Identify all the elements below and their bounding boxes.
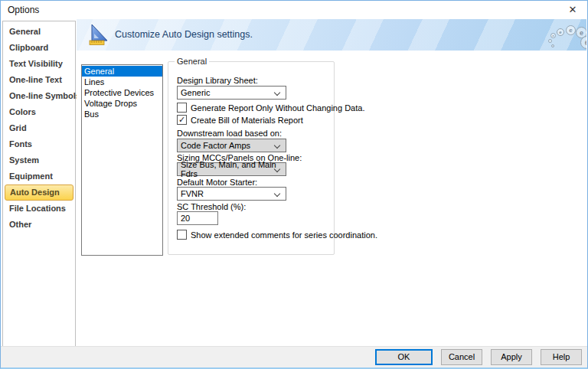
create-bom-checkbox[interactable]: Create Bill of Materials Report [177, 115, 303, 125]
window-title: Options [8, 1, 39, 19]
sc-threshold-input[interactable] [177, 211, 218, 225]
banner: Customize Auto Design settings. e e e e … [77, 19, 586, 51]
titlebar: Options ✕ [1, 1, 587, 19]
chevron-down-icon [274, 142, 280, 149]
design-library-sheet-value: Generic [181, 88, 211, 97]
sidebar-item-one-line-text[interactable]: One-line Text [3, 72, 75, 88]
sidebar-item-general[interactable]: General [3, 24, 75, 40]
chevron-down-icon [274, 90, 280, 96]
downstream-load-value: Code Factor Amps [181, 141, 250, 150]
list-item-protective-devices[interactable]: Protective Devices [82, 87, 162, 98]
show-extended-comments-label: Show extended comments for series coordi… [191, 230, 377, 240]
sidebar-item-colors[interactable]: Colors [3, 104, 75, 120]
e-bubble-icon: e [550, 33, 556, 38]
default-motor-starter-select[interactable]: FVNR [177, 187, 286, 201]
sizing-mccs-select[interactable]: Size Bus, Main, and Main Fdrs [177, 162, 286, 176]
e-bubble-icon: e [566, 25, 576, 35]
options-dialog: Options ✕ General Clipboard Text Visibil… [0, 0, 588, 369]
sidebar-item-auto-design[interactable]: Auto Design [5, 184, 74, 201]
help-button[interactable]: Help [541, 349, 582, 365]
sidebar-item-grid[interactable]: Grid [3, 120, 75, 136]
chevron-down-icon [274, 191, 280, 197]
downstream-load-label: Downstream load based on: [177, 129, 282, 138]
e-bubble-icon: e [557, 28, 564, 36]
generate-report-only-checkbox[interactable]: Generate Report Only Without Changing Da… [177, 103, 364, 113]
sc-threshold-label: SC Threshold (%): [177, 202, 246, 211]
auto-design-panel: General Lines Protective Devices Voltage… [77, 51, 586, 345]
auto-design-section-list[interactable]: General Lines Protective Devices Voltage… [81, 64, 163, 256]
sidebar-item-other[interactable]: Other [3, 217, 75, 233]
apply-button[interactable]: Apply [491, 349, 532, 365]
cancel-button[interactable]: Cancel [441, 349, 482, 365]
checkbox-unchecked-icon[interactable] [177, 103, 187, 113]
checkbox-checked-icon[interactable] [177, 115, 187, 125]
banner-caption: Customize Auto Design settings. [115, 29, 253, 40]
list-item-general[interactable]: General [82, 66, 162, 77]
ok-button[interactable]: OK [375, 349, 433, 365]
sidebar-item-equipment[interactable]: Equipment [3, 168, 75, 184]
sizing-mccs-value: Size Bus, Main, and Main Fdrs [181, 160, 286, 178]
list-item-voltage-drops[interactable]: Voltage Drops [82, 98, 162, 109]
list-item-bus[interactable]: Bus [82, 109, 162, 119]
e-bubble-icon: e [580, 36, 586, 49]
sidebar-item-one-line-symbols[interactable]: One-line Symbols [3, 88, 75, 104]
sidebar-item-fonts[interactable]: Fonts [3, 136, 75, 152]
category-sidebar: General Clipboard Text Visibility One-li… [2, 21, 76, 348]
e-bubble-icon [548, 39, 552, 43]
show-extended-comments-checkbox[interactable]: Show extended comments for series coordi… [177, 230, 377, 240]
groupbox-title: General [175, 57, 209, 66]
footer-button-bar: OK Cancel Apply Help [1, 346, 587, 367]
sidebar-item-system[interactable]: System [3, 152, 75, 168]
design-library-sheet-select[interactable]: Generic [177, 86, 286, 100]
list-item-lines[interactable]: Lines [82, 77, 162, 87]
downstream-load-select[interactable]: Code Factor Amps [177, 139, 286, 152]
default-motor-starter-label: Default Motor Starter: [177, 178, 257, 187]
checkbox-unchecked-icon[interactable] [177, 230, 187, 240]
design-library-sheet-label: Design Library Sheet: [177, 76, 258, 85]
default-motor-starter-value: FVNR [181, 189, 204, 198]
sidebar-item-file-locations[interactable]: File Locations [3, 201, 75, 217]
close-icon[interactable]: ✕ [560, 1, 586, 19]
sidebar-item-clipboard[interactable]: Clipboard [3, 40, 75, 56]
general-groupbox: General Design Library Sheet: Generic Ge… [168, 61, 335, 255]
e-bubble-icon [551, 44, 554, 47]
generate-report-only-label: Generate Report Only Without Changing Da… [191, 103, 364, 113]
drafting-triangle-ruler-icon [87, 23, 110, 47]
create-bom-label: Create Bill of Materials Report [191, 116, 303, 125]
sidebar-item-text-visibility[interactable]: Text Visibility [3, 56, 75, 72]
